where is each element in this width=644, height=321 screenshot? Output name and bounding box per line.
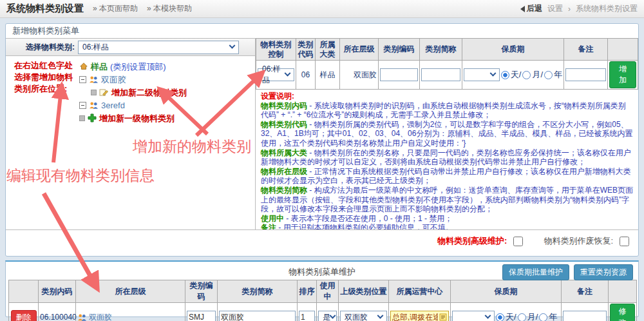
chevron-down-icon (229, 42, 236, 48)
tree-node-3erefd[interactable]: 3erefd (79, 99, 187, 112)
collapse-icon[interactable] (79, 102, 86, 109)
remark-input[interactable] (565, 68, 606, 81)
note-item: 物料所属大类 - 物料类别所在的类别名称，只要是同一代码的，类别名称也应务必保持… (261, 148, 633, 167)
advanced-options-row: 物料类别高级维护: 物料类别作废恢复: (6, 230, 638, 252)
maintenance-table: 类别内码 所在层级 类别编码 类别简称 排序 使用中 上级类别位置 所属运营中心… (8, 280, 637, 321)
col-header-blank (608, 39, 638, 61)
tree-instructions: 在右边红色字处 选择需增加物料 类别所在位置: (6, 60, 79, 124)
control-select[interactable]: 06:样品 (258, 68, 294, 81)
category-code-value: 06 (296, 61, 316, 90)
category-tree-section: 选择物料类别: 06:样品 在右边红色字处 选择需增加物料 类别所在位置: (6, 38, 256, 229)
operation-center-field[interactable]: 总部,调拨在途仓,包 (390, 311, 449, 321)
note-item: 备注 - 用于识别本项物料类别的必要辅助信息，可不填。 (261, 223, 633, 229)
row-unit-month-radio[interactable] (518, 313, 526, 321)
add-category-row: 06:样品 06 样品 双面胶 (256, 61, 638, 90)
in-use-select[interactable]: 是 (318, 311, 337, 321)
unit-day-radio[interactable] (501, 71, 509, 79)
breadcrumb-section[interactable]: 设置 (547, 3, 563, 14)
chevron-down-icon (330, 312, 336, 318)
edit-icon (99, 88, 109, 97)
collapse-icon[interactable] (79, 76, 86, 83)
col-header: 保质期 (462, 39, 564, 61)
note-item: 物料所在层级 - 正常情况下由系统根据类别代码自动带出并禁止用户自行修改；该名称… (261, 167, 633, 186)
breadcrumb: 后退 设置 › 系统物料类别设置 (520, 3, 638, 14)
col-header: 所在层级 (340, 39, 379, 61)
row-category-name-input[interactable] (219, 311, 296, 321)
col-header: 类别简称 (420, 39, 462, 61)
tree-root[interactable]: 样品 (类别设置顶部) (79, 60, 187, 73)
row-remark-input[interactable] (563, 311, 607, 321)
modify-button[interactable]: 修改 (610, 304, 635, 321)
tree-leaf-icon (91, 90, 97, 95)
col-header: 所在层级 (76, 280, 185, 303)
panel-title: 新增物料类别菜单 (6, 24, 638, 38)
col-header: 所属运营中心 (389, 280, 451, 303)
inner-code-value: 06.100040 (39, 303, 76, 321)
page-help-link[interactable]: » 本页面帮助 (93, 3, 138, 14)
tree-add-top-category[interactable]: 增加新一级物料类别 (79, 112, 187, 124)
home-icon (79, 62, 88, 71)
top-bar: 系统物料类别设置 » 本页面帮助 » 本模块帮助 后退 设置 › 系统物料类别设… (0, 0, 644, 18)
row-unit-day-radio[interactable] (496, 313, 504, 321)
add-category-form: 物料类别控制 类别代码 所属大类 所在层级 类别编码 类别简称 保质期 备注 0… (256, 38, 638, 90)
advanced-maintain-label: 物料类别高级维护: (437, 235, 507, 247)
category-select-row: 选择物料类别: 06:样品 (6, 38, 255, 56)
table-row: 删除 06.100040 双面胶 是 (9, 303, 637, 321)
row-category-code-input[interactable] (187, 311, 216, 321)
category-name-input[interactable] (421, 68, 460, 81)
chevron-down-icon (489, 70, 496, 76)
tree-add-sub-category[interactable]: 增加新二级物料类别 (79, 86, 187, 99)
restore-label: 物料类别作废恢复: (544, 235, 613, 247)
note-item: 物料类别简称 - 构成方法为最后一级菜单的中文称呼，例如：送货单查询、库存查询等… (261, 186, 633, 214)
col-header: 类别简称 (218, 280, 298, 303)
annotation-edit-existing: 编辑现有物料类别信息 (6, 166, 155, 186)
advanced-maintain-checkbox[interactable] (513, 237, 523, 246)
note-item: 使用中 - 表示本字段是否还在使用，0 - 使用；1 - 禁用； (261, 214, 633, 224)
shelf-batch-button[interactable]: 保质期批量维护 (502, 264, 569, 280)
col-header-blank (9, 280, 39, 303)
module-help-link[interactable]: » 本模块帮助 (147, 3, 192, 14)
chevron-down-icon (377, 312, 384, 318)
chevron-down-icon (285, 70, 291, 76)
delete-button[interactable]: 删除 (11, 310, 37, 321)
row-level-value: 双面胶 (89, 312, 112, 321)
unit-month-radio[interactable] (522, 71, 531, 79)
reset-resource-button[interactable]: 重置类别资源 (574, 264, 633, 280)
col-header: 保质期 (451, 280, 562, 303)
add-category-panel: 新增物料类别菜单 选择物料类别: 06:样品 在右边红色字处 选择需增加物料 类… (5, 23, 639, 257)
category-maintenance-panel: 物料类别菜单维护 保质期批量维护 重置类别资源 类别内码 所在层级 类别编码 类… (5, 260, 639, 317)
category-select-label: 选择物料类别: (6, 42, 78, 53)
back-button[interactable]: 后退 (520, 3, 542, 14)
col-header: 备注 (564, 39, 608, 61)
col-header: 排序 (298, 280, 317, 303)
col-header: 所属大类 (316, 39, 340, 61)
picker-icon[interactable] (439, 313, 447, 321)
col-header: 类别编码 (185, 280, 218, 303)
plus-icon (88, 113, 97, 122)
add-button[interactable]: 增加 (609, 61, 636, 88)
col-header: 物料类别控制 (256, 39, 296, 61)
parent-category-select[interactable]: 双面胶 (340, 311, 387, 321)
note-item: 物料类别代码 - 物料类别所属的类别代码，强制为2位，可以是数字和字母的组合，不… (261, 120, 633, 148)
category-code-input[interactable] (380, 68, 418, 81)
users-icon (89, 75, 99, 84)
page-title: 系统物料类别设置 (6, 3, 84, 15)
col-header: 使用中 (317, 280, 339, 303)
col-header-blank (609, 280, 637, 303)
users-icon (89, 101, 99, 110)
col-header: 备注 (562, 280, 609, 303)
shelf-life-select[interactable] (464, 68, 500, 81)
chevron-down-icon (485, 312, 491, 318)
tree-node-shuangmianjiao[interactable]: 双面胶 (79, 73, 187, 86)
unit-year-radio[interactable] (544, 71, 553, 79)
row-shelf-life-select[interactable] (452, 311, 495, 321)
col-header: 上级类别位置 (339, 280, 389, 303)
major-class-value: 样品 (316, 61, 340, 90)
row-sort-input[interactable] (299, 311, 315, 321)
row-unit-year-radio[interactable] (539, 313, 547, 321)
category-tree: 样品 (类别设置顶部) 双面胶 (79, 60, 187, 124)
restore-checkbox[interactable] (620, 237, 629, 246)
category-select[interactable]: 06:样品 (78, 41, 239, 54)
breadcrumb-separator: › (568, 5, 571, 14)
notes-title: 设置说明: (261, 92, 633, 101)
